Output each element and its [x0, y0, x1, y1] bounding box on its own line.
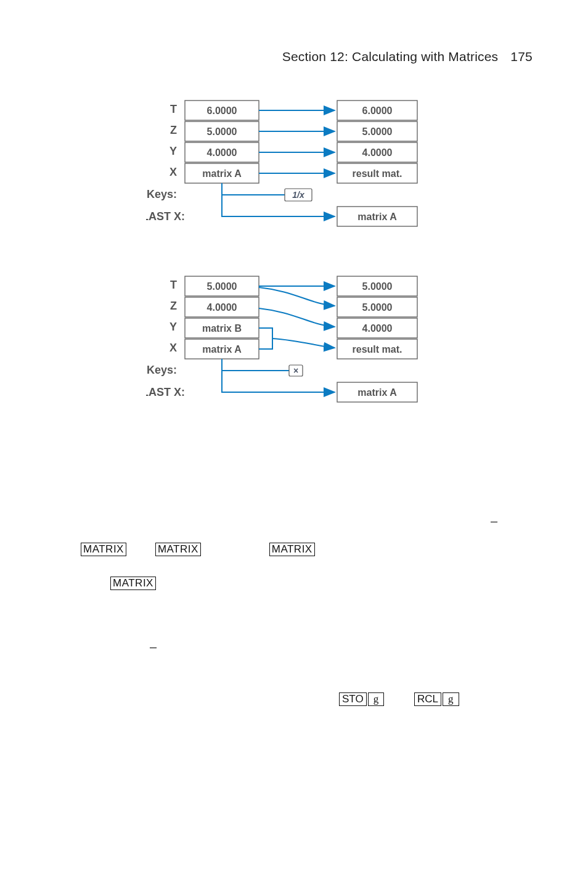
arrow-t-z — [259, 287, 335, 306]
stack-diagram-2: T Z Y X 5.0000 4.0000 matrix B matrix A — [146, 274, 442, 416]
dash-2: – — [150, 640, 157, 654]
key-line — [222, 359, 289, 371]
svg-text:4.0000: 4.0000 — [207, 147, 237, 158]
lastx-label: LAST X: — [146, 386, 185, 398]
bracket-y-x — [259, 328, 272, 349]
section-title: Section 12: Calculating with Matrices — [282, 49, 499, 64]
arrow-yx-x — [272, 339, 335, 348]
g-key[interactable]: g — [368, 692, 385, 706]
svg-text:matrix A: matrix A — [202, 168, 242, 179]
svg-text:6.0000: 6.0000 — [362, 105, 393, 116]
lastx-arrow — [222, 371, 335, 392]
svg-text:result mat.: result mat. — [353, 168, 402, 179]
page-header: Section 12: Calculating with Matrices 17… — [55, 49, 533, 64]
svg-text:matrix A: matrix A — [357, 387, 397, 398]
svg-text:6.0000: 6.0000 — [207, 105, 237, 116]
svg-text:matrix B: matrix B — [202, 323, 242, 334]
key-line — [222, 183, 285, 195]
svg-text:matrix A: matrix A — [202, 344, 242, 355]
lastx-label: LAST X: — [146, 210, 185, 223]
row-label-z: Z — [170, 124, 177, 136]
arrow-z-y — [259, 308, 335, 327]
svg-text:Y: Y — [169, 321, 177, 333]
page-number: 175 — [510, 49, 533, 64]
key-1x: 1/x — [292, 190, 305, 200]
bottom-keys: STOg RCLg — [339, 692, 459, 706]
dash-1: – — [491, 514, 497, 528]
right-stack: 6.0000 5.0000 4.0000 result mat. — [337, 101, 417, 183]
stack-diagram-1: T Z Y X 6.0000 5.0000 4.0000 matrix A — [146, 98, 442, 240]
g-key[interactable]: g — [443, 692, 459, 706]
matrix-key[interactable]: MATRIX — [110, 577, 156, 590]
svg-text:4.0000: 4.0000 — [207, 302, 237, 313]
svg-text:5.0000: 5.0000 — [362, 281, 393, 292]
svg-text:5.0000: 5.0000 — [362, 302, 393, 313]
svg-text:5.0000: 5.0000 — [362, 126, 393, 137]
svg-text:X: X — [169, 342, 177, 354]
rcl-key[interactable]: RCL — [414, 692, 441, 706]
svg-text:5.0000: 5.0000 — [207, 126, 237, 137]
left-stack: 5.0000 4.0000 matrix B matrix A — [185, 276, 259, 359]
svg-text:5.0000: 5.0000 — [207, 281, 237, 292]
right-stack: 5.0000 5.0000 4.0000 result mat. — [337, 276, 417, 359]
svg-text:4.0000: 4.0000 — [362, 323, 393, 334]
matrix-key[interactable]: MATRIX — [81, 543, 126, 556]
svg-text:4.0000: 4.0000 — [362, 147, 393, 158]
keys-label: Keys: — [147, 364, 177, 376]
svg-text:T: T — [170, 279, 177, 291]
matrix-key[interactable]: MATRIX — [269, 543, 315, 556]
svg-text:matrix A: matrix A — [357, 212, 397, 222]
row-label-x: X — [169, 166, 177, 178]
svg-text:Z: Z — [170, 300, 177, 312]
lastx-arrow — [222, 195, 335, 216]
matrix-key-row-2: MATRIX — [110, 577, 157, 590]
left-stack: 6.0000 5.0000 4.0000 matrix A — [185, 101, 259, 183]
row-label-t: T — [170, 103, 177, 115]
svg-text:result mat.: result mat. — [353, 344, 402, 355]
keys-label: Keys: — [147, 188, 177, 200]
matrix-key[interactable]: MATRIX — [155, 543, 201, 556]
matrix-key-row-1: MATRIX MATRIX MATRIX — [80, 543, 512, 556]
sto-key[interactable]: STO — [339, 692, 367, 706]
key-mult: × — [293, 366, 298, 376]
row-label-y: Y — [169, 145, 177, 157]
